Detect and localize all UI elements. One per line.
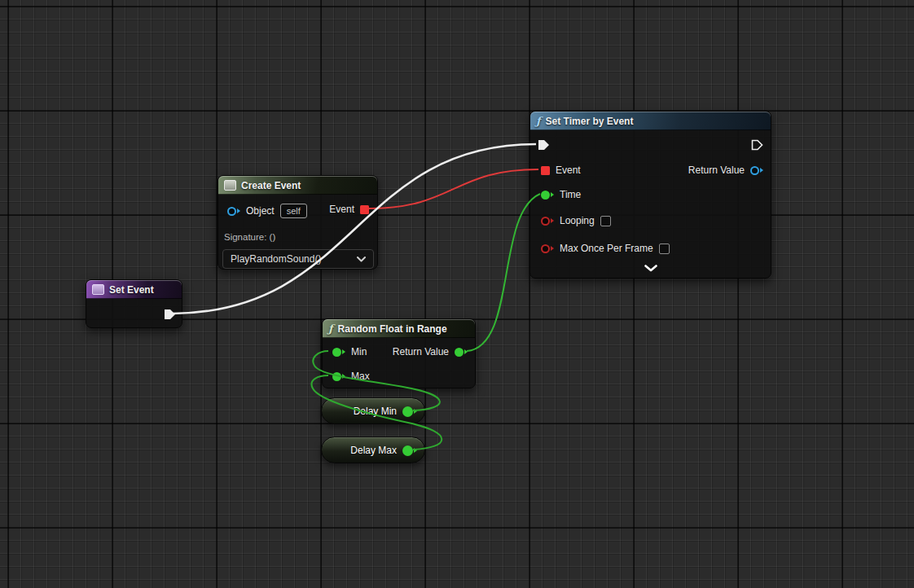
max-pin-label: Max <box>351 371 370 382</box>
return-value-pin[interactable] <box>750 166 763 175</box>
variable-label: Delay Max <box>350 445 397 456</box>
exec-in-row <box>538 138 550 151</box>
looping-row: Looping <box>541 214 611 227</box>
delay-max-row: Delay Max <box>350 444 417 457</box>
node-delay-max[interactable]: Delay Max <box>321 437 425 463</box>
exec-out-pin[interactable] <box>164 309 176 320</box>
signature-label: Signature: () <box>224 232 275 242</box>
set-event-exec-out-row <box>164 308 176 321</box>
delay-max-pin[interactable] <box>402 445 417 456</box>
exec-out-row <box>751 138 763 151</box>
event-delegate-pin[interactable] <box>541 166 550 175</box>
time-pin-label: Time <box>560 189 581 200</box>
event-delegate-pin[interactable] <box>360 205 369 214</box>
delegate-icon <box>224 180 236 191</box>
chevron-down-icon <box>644 265 657 272</box>
max-once-checkbox[interactable] <box>659 244 670 254</box>
max-once-pin-label: Max Once Per Frame <box>560 243 653 254</box>
node-random-float-header[interactable]: ƒ Random Float in Range <box>323 319 475 338</box>
node-set-event[interactable]: Set Event <box>86 279 182 328</box>
function-icon: ƒ <box>536 116 541 126</box>
return-value-label: Return Value <box>688 165 745 176</box>
node-title: Create Event <box>241 180 301 191</box>
chevron-down-icon <box>357 257 366 262</box>
advanced-pins-toggle[interactable] <box>644 265 657 272</box>
timer-return-row: Return Value <box>688 164 763 177</box>
node-title: Set Timer by Event <box>546 116 634 127</box>
function-icon: ƒ <box>328 323 333 334</box>
random-float-return-row: Return Value <box>393 345 468 358</box>
signature-dropdown[interactable]: PlayRandomSound() <box>222 249 374 269</box>
node-set-timer-header[interactable]: ƒ Set Timer by Event <box>530 112 771 130</box>
node-random-float-in-range[interactable]: ƒ Random Float in Range Min Max Return V… <box>322 318 476 388</box>
looping-pin[interactable] <box>541 217 554 226</box>
exec-in-pin[interactable] <box>538 139 550 151</box>
signature-dropdown-value: PlayRandomSound() <box>231 253 321 265</box>
min-pin-row: Min <box>332 345 367 358</box>
max-pin-row: Max <box>332 370 370 383</box>
max-once-row: Max Once Per Frame <box>541 242 670 255</box>
event-pin-label: Event <box>556 165 581 176</box>
min-pin-label: Min <box>351 346 367 358</box>
max-once-per-frame-pin[interactable] <box>541 244 554 253</box>
blueprint-graph-canvas[interactable]: Set Event Create Event Object self Event… <box>0 0 914 588</box>
node-title: Set Event <box>109 284 154 296</box>
return-value-label: Return Value <box>393 346 449 358</box>
object-pin-label: Object <box>246 205 275 217</box>
time-in-row: Time <box>541 188 581 201</box>
looping-checkbox[interactable] <box>600 216 611 226</box>
delay-min-row: Delay Min <box>354 405 417 418</box>
time-pin[interactable] <box>541 191 554 200</box>
exec-out-pin[interactable] <box>751 139 763 151</box>
event-out-pin-label: Event <box>329 204 354 215</box>
node-delay-min[interactable]: Delay Min <box>321 397 425 424</box>
min-pin[interactable] <box>332 348 345 357</box>
node-title: Random Float in Range <box>338 323 447 335</box>
event-in-row: Event <box>541 164 581 177</box>
node-set-event-header[interactable]: Set Event <box>86 280 182 299</box>
delegate-icon <box>92 284 104 295</box>
looping-pin-label: Looping <box>560 215 595 226</box>
node-create-event[interactable]: Create Event Object self Event Signature… <box>218 175 378 270</box>
object-value-field[interactable]: self <box>280 204 307 218</box>
delay-min-pin[interactable] <box>402 406 417 417</box>
node-create-event-header[interactable]: Create Event <box>218 176 377 195</box>
max-pin[interactable] <box>332 372 345 381</box>
variable-label: Delay Min <box>354 406 397 417</box>
return-value-pin[interactable] <box>455 348 468 357</box>
object-pin[interactable] <box>227 207 240 216</box>
wire-event-delegate[interactable] <box>368 169 538 208</box>
object-pin-row: Object self <box>227 204 307 217</box>
node-set-timer-by-event[interactable]: ƒ Set Timer by Event Event Return Value <box>530 111 771 279</box>
event-out-pin-row: Event <box>329 203 369 216</box>
